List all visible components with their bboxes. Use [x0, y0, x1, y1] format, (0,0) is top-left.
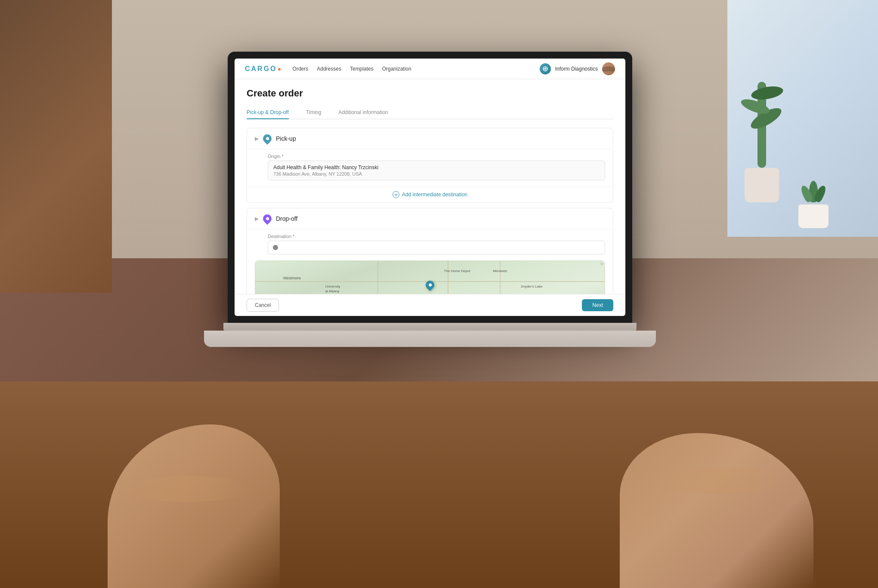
laptop: CARGO Orders Addresses Templates Organiz…: [204, 52, 656, 347]
plant-leaf: [739, 96, 771, 117]
add-intermediate-label: Add intermediate destination: [402, 192, 467, 198]
dropoff-section: ▶ Drop-off Destination *: [247, 208, 613, 294]
add-intermediate-btn[interactable]: + Add intermediate destination: [247, 186, 613, 202]
map-road-v1: [377, 261, 378, 294]
nav-orders[interactable]: Orders: [293, 66, 309, 72]
right-hand: [620, 433, 813, 588]
map-label-homedepot: The Home Depot: [444, 269, 470, 273]
tabs: Pick-up & Drop-off Timing Additional inf…: [247, 106, 613, 119]
map-road-v3: [500, 261, 501, 294]
logo-dot: [278, 68, 281, 71]
tab-pickup-dropoff[interactable]: Pick-up & Drop-off: [247, 106, 289, 119]
nav-organization[interactable]: Organization: [382, 66, 411, 72]
nav-links: Orders Addresses Templates Organization: [293, 66, 540, 72]
dropoff-body: Destination *: [247, 229, 613, 260]
pickup-title: Pick-up: [276, 135, 296, 142]
origin-sub-text: 736 Madison Ave, Albany, NY 12208, USA: [273, 171, 600, 176]
main-content: Create order Pick-up & Drop-off Timing A…: [235, 79, 625, 294]
hands-area: [86, 407, 813, 588]
org-name: Inform Diagnostics: [555, 66, 598, 72]
left-hand: [108, 424, 280, 588]
dropoff-section-header[interactable]: ▶ Drop-off: [247, 208, 613, 229]
destination-input[interactable]: [268, 241, 605, 254]
origin-label: Origin *: [268, 154, 605, 159]
map-label-snyderslake: Snyder's Lake: [521, 285, 542, 288]
plant-pot: [745, 168, 779, 202]
laptop-hinge: [223, 323, 637, 331]
destination-label: Destination *: [268, 234, 605, 239]
background-scene: CARGO Orders Addresses Templates Organiz…: [0, 0, 878, 588]
logo-text: CARGO: [245, 65, 277, 73]
next-button[interactable]: Next: [582, 299, 613, 311]
map-label-menands: Menands: [493, 269, 507, 273]
succulent-pot: [798, 204, 829, 228]
laptop-base: [204, 331, 656, 347]
pickup-pin-icon: [261, 133, 273, 145]
map-container[interactable]: Westmere Universityat Albany Albany Defr…: [255, 260, 605, 294]
cancel-button[interactable]: Cancel: [247, 299, 279, 312]
pickup-section-header[interactable]: ▶ Pick-up: [247, 128, 613, 149]
map-road-v2: [448, 261, 448, 294]
destination-dot-icon: [273, 245, 278, 250]
user-avatar[interactable]: [602, 62, 615, 75]
pickup-chevron-icon: ▶: [255, 136, 259, 142]
nav-addresses[interactable]: Addresses: [317, 66, 341, 72]
tab-active-indicator: [247, 118, 289, 119]
logo: CARGO: [245, 65, 281, 73]
map-attribution: ©: [601, 263, 603, 266]
map-label-westmere: Westmere: [283, 276, 301, 280]
right-fingers: [650, 467, 788, 493]
navbar: CARGO Orders Addresses Templates Organiz…: [235, 59, 625, 79]
origin-address-text: Adult Health & Family Health: Nancy Trzc…: [273, 164, 600, 170]
plant-area: [736, 52, 835, 228]
dropoff-pin-icon: [261, 213, 273, 225]
tab-timing[interactable]: Timing: [306, 106, 322, 119]
add-intermediate-icon: +: [393, 191, 399, 198]
org-icon: [540, 63, 551, 74]
destination-input-wrapper: [268, 241, 605, 254]
navbar-right: Inform Diagnostics: [540, 62, 615, 75]
nav-templates[interactable]: Templates: [350, 66, 374, 72]
map-label-univ: Universityat Albany: [325, 285, 340, 294]
screen-content: CARGO Orders Addresses Templates Organiz…: [235, 59, 625, 316]
pickup-section: ▶ Pick-up Origin * Adult Health & Family…: [247, 128, 613, 203]
left-fingers: [121, 476, 250, 502]
dropoff-title: Drop-off: [276, 215, 297, 222]
wood-panel: [0, 0, 112, 293]
tab-additional-info[interactable]: Additional information: [338, 106, 388, 119]
bottom-actions: Cancel Next: [235, 294, 625, 316]
plant-leaf: [750, 84, 784, 102]
map-pin: [426, 281, 434, 289]
page-title: Create order: [247, 88, 613, 99]
dropoff-chevron-icon: ▶: [255, 216, 259, 222]
origin-input[interactable]: Adult Health & Family Health: Nancy Trzc…: [268, 161, 605, 180]
pickup-body: Origin * Adult Health & Family Health: N…: [247, 149, 613, 186]
